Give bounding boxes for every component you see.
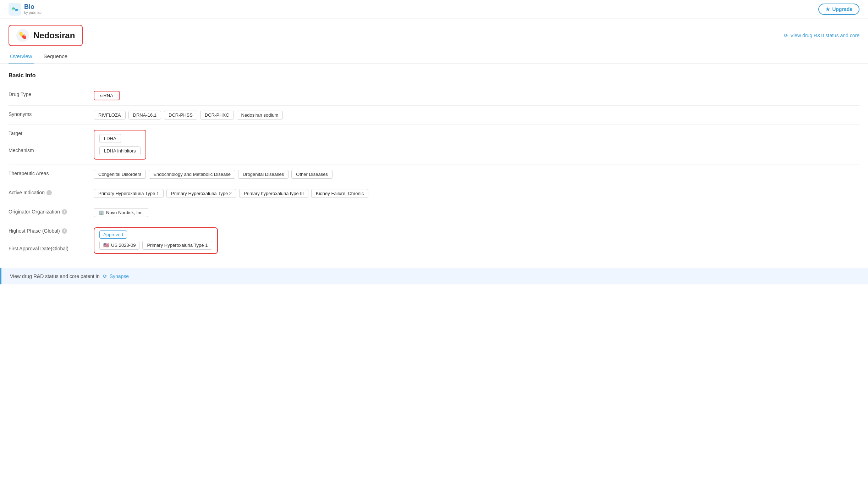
drug-type-value: siRNA — [94, 91, 120, 100]
logo: Bio by patsnap — [9, 3, 42, 16]
svg-point-2 — [16, 9, 18, 11]
indication-3: Kidney Failure, Chronic — [311, 189, 368, 198]
synonym-tag-0: RIVFLOZA — [94, 111, 126, 119]
footer-bar: View drug R&D status and core patent in … — [0, 268, 868, 284]
drug-type-tag: siRNA — [94, 91, 120, 100]
therapeutic-area-3: Other Diseases — [291, 170, 333, 179]
indication-1: Primary Hyperoxaluria Type 2 — [166, 189, 236, 198]
indication-2: Primary hyperoxaluria type III — [239, 189, 308, 198]
indication-0: Primary Hyperoxaluria Type 1 — [94, 189, 164, 198]
highest-phase-info-icon: i — [62, 228, 67, 234]
synapse-link[interactable]: ⟳ Synapse — [102, 273, 129, 279]
synapse-icon-footer: ⟳ — [102, 273, 108, 279]
drug-name-box: 💊 Nedosiran — [9, 25, 83, 46]
logo-bypatsnap-text: by patsnap — [24, 11, 42, 15]
mechanism-value: LDHA inhibitors — [99, 146, 141, 155]
therapeutic-area-1: Endocrinology and Metabolic Disease — [149, 170, 235, 179]
logo-text: Bio by patsnap — [24, 4, 42, 15]
footer-text: View drug R&D status and core patent in — [10, 273, 100, 279]
synonyms-value: RIVFLOZA DRNA-16.1 DCR-PHSS DCR-PHXC Ned… — [94, 111, 283, 119]
drug-type-row: Drug Type siRNA — [9, 86, 859, 106]
drug-header: 💊 Nedosiran ⟳ View drug R&D status and c… — [0, 18, 868, 50]
target-label: Target — [9, 130, 79, 136]
therapeutic-area-2: Urogenital Diseases — [238, 170, 289, 179]
therapeutic-areas-row: Therapeutic Areas Congenital Disorders E… — [9, 165, 859, 184]
view-status-link[interactable]: ⟳ View drug R&D status and core — [784, 33, 859, 38]
us-flag-icon: 🇺🇸 — [103, 243, 109, 248]
pill-icon: 💊 — [19, 32, 27, 39]
drug-icon: 💊 — [16, 29, 29, 42]
logo-bio-text: Bio — [24, 4, 42, 11]
info-rows: Drug Type siRNA Synonyms RIVFLOZA DRNA-1… — [9, 86, 859, 259]
synonyms-row: Synonyms RIVFLOZA DRNA-16.1 DCR-PHSS DCR… — [9, 106, 859, 125]
synonyms-label: Synonyms — [9, 111, 79, 117]
building-icon: 🏢 — [98, 210, 104, 215]
mechanism-label: Mechanism — [9, 147, 79, 153]
tab-overview[interactable]: Overview — [9, 50, 34, 63]
main-content: Basic Info Drug Type siRNA Synonyms RIVF… — [0, 64, 868, 259]
highest-phase-row: Highest Phase (Global) i First Approval … — [9, 222, 859, 259]
svg-point-1 — [12, 7, 14, 10]
active-indication-label: Active Indication i — [9, 189, 79, 195]
therapeutic-areas-value: Congenital Disorders Endocrinology and M… — [94, 170, 333, 179]
section-title-basic-info: Basic Info — [9, 72, 859, 79]
originator-value: 🏢 Novo Nordisk, Inc. — [94, 208, 148, 217]
header: Bio by patsnap ★ Upgrade — [0, 0, 868, 18]
approval-indication-tag: Primary Hyperoxaluria Type 1 — [142, 241, 212, 250]
upgrade-label: Upgrade — [832, 6, 852, 12]
synapse-link-text: Synapse — [110, 273, 129, 279]
target-mechanism-row: Target Mechanism LDHA LDHA inhibitors — [9, 125, 859, 165]
approval-country-tag: 🇺🇸 US 2023-09 — [99, 241, 139, 250]
logo-icon — [9, 3, 21, 16]
tabs-bar: Overview Sequence — [0, 50, 868, 64]
synonym-tag-3: DCR-PHXC — [200, 111, 234, 119]
drug-name: Nedosiran — [33, 30, 75, 40]
star-icon: ★ — [825, 6, 830, 12]
synonym-tag-2: DCR-PHSS — [164, 111, 197, 119]
synonym-tag-1: DRNA-16.1 — [128, 111, 161, 119]
phase-box: Approved 🇺🇸 US 2023-09 Primary Hyperoxal… — [94, 227, 218, 254]
active-indication-value: Primary Hyperoxaluria Type 1 Primary Hyp… — [94, 189, 368, 198]
approved-badge: Approved — [99, 230, 127, 239]
synapse-icon-header: ⟳ — [784, 33, 788, 38]
drug-type-label: Drug Type — [9, 91, 79, 97]
originator-label: Originator Organization i — [9, 208, 79, 215]
approval-date-row: 🇺🇸 US 2023-09 Primary Hyperoxaluria Type… — [99, 241, 212, 250]
target-value: LDHA — [99, 134, 121, 143]
originator-row: Originator Organization i 🏢 Novo Nordisk… — [9, 203, 859, 222]
tab-sequence[interactable]: Sequence — [42, 50, 69, 63]
active-indication-row: Active Indication i Primary Hyperoxaluri… — [9, 184, 859, 203]
first-approval-label: First Approval Date(Global) — [9, 245, 79, 251]
originator-tag: 🏢 Novo Nordisk, Inc. — [94, 208, 148, 217]
view-status-text: View drug R&D status and core — [790, 33, 859, 38]
highest-phase-label: Highest Phase (Global) i — [9, 227, 79, 234]
synonym-tag-4: Nedosiran sodium — [237, 111, 283, 119]
approved-badge-row: Approved — [99, 232, 212, 237]
therapeutic-area-0: Congenital Disorders — [94, 170, 146, 179]
therapeutic-areas-label: Therapeutic Areas — [9, 170, 79, 176]
active-indication-info-icon: i — [46, 190, 52, 195]
upgrade-button[interactable]: ★ Upgrade — [818, 4, 859, 15]
approval-country-text: US 2023-09 — [111, 243, 136, 248]
target-mechanism-box: LDHA LDHA inhibitors — [94, 130, 146, 160]
originator-info-icon: i — [62, 209, 67, 215]
